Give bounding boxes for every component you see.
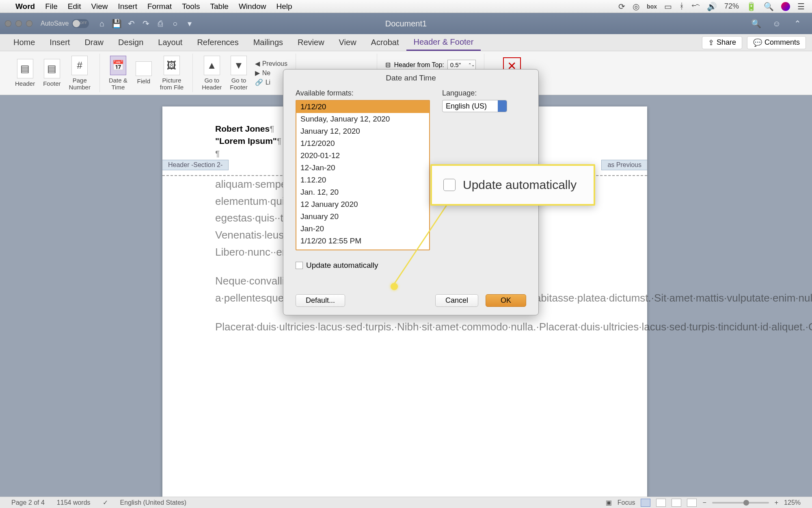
menu-edit[interactable]: Edit: [68, 2, 81, 11]
box-icon[interactable]: box: [647, 3, 657, 10]
zoom-in-button[interactable]: +: [775, 499, 778, 506]
format-item-9[interactable]: January 20: [296, 211, 429, 223]
tab-header-footer[interactable]: Header & Footer: [406, 34, 481, 51]
ok-button[interactable]: OK: [486, 294, 526, 307]
tab-home[interactable]: Home: [6, 34, 42, 51]
format-item-1[interactable]: Sunday, January 12, 2020: [296, 113, 429, 125]
draft-view-button[interactable]: [687, 499, 697, 507]
menu-file[interactable]: File: [45, 2, 58, 11]
goto-footer-button[interactable]: ▼Go to Footer: [226, 54, 251, 92]
format-list[interactable]: 1/12/20 Sunday, January 12, 2020 January…: [296, 100, 430, 250]
battery-icon[interactable]: 🔋: [746, 2, 756, 11]
print-icon[interactable]: ⎙: [155, 19, 165, 28]
spellcheck-icon[interactable]: ✓: [103, 499, 108, 506]
callout-checkbox-icon: [443, 179, 456, 191]
date-time-button[interactable]: 📅Date & Time: [105, 54, 132, 92]
format-item-6[interactable]: 1.12.20: [296, 174, 429, 186]
tab-references[interactable]: References: [190, 34, 246, 51]
field-button[interactable]: Field: [132, 54, 156, 92]
tab-draw[interactable]: Draw: [77, 34, 111, 51]
zoom-percent[interactable]: 125%: [784, 499, 801, 506]
format-item-5[interactable]: 12-Jan-20: [296, 162, 429, 174]
header-name[interactable]: Robert Jones: [215, 124, 270, 133]
siri-icon[interactable]: [781, 2, 790, 11]
zoom-out-button[interactable]: −: [702, 499, 706, 506]
menu-tools[interactable]: Tools: [182, 2, 200, 11]
redo-icon[interactable]: ↷: [141, 19, 151, 28]
goto-header-button[interactable]: ▲Go to Header: [198, 54, 226, 92]
cloud-icon[interactable]: ◎: [633, 2, 639, 11]
app-name[interactable]: Word: [15, 2, 35, 11]
update-automatically-checkbox[interactable]: [296, 262, 303, 269]
shape-icon[interactable]: ○: [170, 19, 180, 28]
tab-acrobat[interactable]: Acrobat: [364, 34, 406, 51]
focus-icon[interactable]: ▣: [606, 499, 612, 506]
format-item-12[interactable]: 1/12/20 12:55:24 PM: [296, 247, 429, 250]
format-item-0[interactable]: 1/12/20: [296, 101, 429, 113]
web-layout-view-button[interactable]: [656, 499, 666, 507]
tab-design[interactable]: Design: [111, 34, 151, 51]
document-title: Document1: [385, 19, 427, 28]
minimize-window-button[interactable]: [15, 20, 22, 27]
print-layout-view-button[interactable]: [641, 499, 650, 507]
bluetooth-icon[interactable]: ᚼ: [679, 2, 684, 11]
customize-icon[interactable]: ▾: [185, 19, 194, 28]
display-icon[interactable]: ▭: [664, 2, 672, 11]
next-button[interactable]: ▶Ne: [255, 69, 287, 77]
format-item-7[interactable]: Jan. 12, 20: [296, 186, 429, 198]
link-previous-button[interactable]: 🔗Li: [255, 78, 287, 86]
footer-button[interactable]: ▤Footer: [39, 54, 65, 92]
search-icon[interactable]: 🔍: [751, 19, 761, 28]
notification-center-icon[interactable]: ☰: [797, 2, 805, 11]
zoom-slider[interactable]: [712, 502, 769, 504]
language-select[interactable]: English (US): [442, 100, 507, 112]
cancel-button[interactable]: Cancel: [435, 294, 478, 307]
tab-insert[interactable]: Insert: [42, 34, 77, 51]
undo-icon[interactable]: ↶: [126, 19, 136, 28]
save-icon[interactable]: 💾: [112, 19, 121, 28]
menu-window[interactable]: Window: [239, 2, 266, 11]
focus-label[interactable]: Focus: [618, 499, 635, 506]
default-button[interactable]: Default...: [296, 294, 345, 307]
language-indicator[interactable]: English (United States): [120, 499, 187, 506]
menu-table[interactable]: Table: [210, 2, 229, 11]
header-button[interactable]: ▤Header: [11, 54, 39, 92]
spotlight-icon[interactable]: 🔍: [764, 2, 774, 11]
format-item-11[interactable]: 1/12/20 12:55 PM: [296, 235, 429, 247]
tab-layout[interactable]: Layout: [151, 34, 190, 51]
ribbon-collapse-icon[interactable]: ⌃: [793, 19, 802, 28]
format-item-10[interactable]: Jan-20: [296, 223, 429, 235]
word-count[interactable]: 1154 words: [57, 499, 91, 506]
menu-view[interactable]: View: [91, 2, 108, 11]
autosave-toggle[interactable]: OFF: [72, 19, 89, 28]
menu-help[interactable]: Help: [276, 2, 292, 11]
format-item-2[interactable]: January 12, 2020: [296, 125, 429, 137]
header-from-top-row: ⊟ Header from Top: 0.5": [385, 60, 475, 70]
picture-button[interactable]: 🖼Picture from File: [156, 54, 188, 92]
header-subtitle[interactable]: "Lorem Ipsum": [215, 136, 277, 145]
format-item-8[interactable]: 12 January 2020: [296, 198, 429, 211]
same-as-previous-marker: as Previous: [601, 160, 647, 170]
link-icon: 🔗: [255, 78, 263, 86]
volume-icon[interactable]: 🔊: [707, 2, 717, 11]
previous-button[interactable]: ◀Previous: [255, 60, 287, 67]
home-icon[interactable]: ⌂: [97, 19, 107, 28]
menu-insert[interactable]: Insert: [118, 2, 137, 11]
zoom-window-button[interactable]: [26, 20, 32, 27]
page-indicator[interactable]: Page 2 of 4: [11, 499, 45, 506]
header-top-spinner[interactable]: 0.5": [447, 60, 476, 70]
tab-view[interactable]: View: [332, 34, 364, 51]
outline-view-button[interactable]: [672, 499, 681, 507]
format-item-3[interactable]: 1/12/2020: [296, 137, 429, 150]
wifi-icon[interactable]: ⬿: [691, 2, 700, 11]
share-button[interactable]: ⇪Share: [702, 36, 742, 49]
sync-icon[interactable]: ⟳: [618, 2, 625, 11]
format-item-4[interactable]: 2020-01-12: [296, 150, 429, 162]
menu-format[interactable]: Format: [147, 2, 172, 11]
comments-button[interactable]: 💬Comments: [747, 36, 806, 49]
feedback-icon[interactable]: ☺: [772, 19, 782, 28]
close-window-button[interactable]: [5, 20, 11, 27]
tab-mailings[interactable]: Mailings: [246, 34, 290, 51]
page-number-button[interactable]: #Page Number: [65, 54, 95, 92]
tab-review[interactable]: Review: [290, 34, 332, 51]
